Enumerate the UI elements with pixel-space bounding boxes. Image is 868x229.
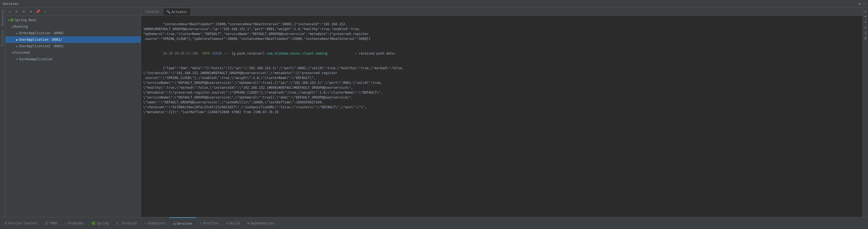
log-json-data: {"type":"dom","data":"{\"hosts\":[{\"ip\… (143, 66, 404, 114)
tab-actuator[interactable]: 🔧 Actuator (163, 8, 191, 16)
log-text-1: "instanceHeartBeatTimeOut":15000,"instan… (143, 22, 371, 41)
dependencies-icon: ◈ (247, 221, 249, 225)
user-app2-icon: ▶ (16, 45, 18, 48)
log-timestamp: 10-28 20:20:27:188 (163, 52, 202, 55)
tree-item-user-app2[interactable]: ▶ UserApplication2 :8082/ (5, 43, 141, 49)
finished-arrow: ▼ (12, 51, 13, 54)
services-tree: ▼ 🌿 Spring Boot ▶ Running ▶ OrderApplica… (5, 16, 141, 217)
eureka-app-label: EurekaApplication (19, 57, 53, 61)
log-line-3: {"type":"dom","data":"{\"hosts\":[{\"ip\… (143, 61, 860, 119)
problems-icon: ⚠ (65, 221, 67, 225)
running-label: Running (14, 25, 28, 28)
tree-item-order-app[interactable]: ▶ OrderApplication :8080/ (5, 30, 141, 36)
services-label: Services (177, 222, 192, 226)
order-app-icon: ▶ (16, 32, 18, 35)
version-control-icon: ⑆ (5, 221, 7, 225)
problems-label: Problems (68, 221, 84, 225)
spring-boot-icon: 🌿 (10, 18, 14, 22)
tree-item-spring-boot[interactable]: ▼ 🌿 Spring Boot (5, 17, 141, 23)
status-tab-todo[interactable]: ☰ TODO (41, 217, 61, 229)
log-thread: 15520 (212, 52, 222, 55)
console-content[interactable]: "instanceHeartBeatTimeOut":15000,"instan… (141, 16, 863, 217)
filter-btn[interactable]: ⊛ (28, 8, 34, 15)
build-icon: ⚙ (226, 221, 228, 225)
todo-label: TODO (50, 221, 57, 225)
status-bar: ⑆ Version Control ☰ TODO ⚠ Problems 🌿 Sp… (0, 217, 868, 229)
services-toolbar: ↻ ⊟ ⊞ ⊛ 📌 + (5, 8, 141, 16)
status-tab-profiler[interactable]: ⌁ Profiler (196, 217, 223, 229)
title-bar-text: Services (3, 2, 19, 6)
spring-boot-arrow: ▼ (8, 19, 9, 22)
profiler-icon: ⌁ (200, 221, 202, 225)
endpoints-label: Endpoints (148, 221, 166, 225)
collapse-btn[interactable]: ⊟ (13, 8, 20, 15)
title-bar-controls: ⚙ — (859, 2, 865, 6)
log-class: com.alibaba.nacos.client.naming (267, 52, 328, 55)
tree-item-eureka-app[interactable]: ⊕ EurekaApplication (5, 56, 141, 62)
version-control-label: Version Control (8, 221, 37, 225)
dependencies-label: Dependencies (251, 221, 274, 225)
console-right-actions: ▲ ▼ ≡ ⊞ 🖨 🗑 (863, 8, 868, 217)
status-tab-problems[interactable]: ⚠ Problems (61, 217, 88, 229)
spring-boot-label: Spring Boot (15, 18, 36, 22)
scroll-up-btn[interactable]: ▲ (863, 8, 868, 13)
scroll-down-btn[interactable]: ▼ (863, 14, 868, 19)
status-tab-build[interactable]: ⚙ Build (223, 217, 243, 229)
services-panel: ↻ ⊟ ⊞ ⊛ 📌 + ▼ 🌿 Spring Boot ▶ Running (5, 8, 141, 217)
actuator-icon: 🔧 (166, 10, 170, 14)
refresh-btn[interactable]: ↻ (6, 8, 13, 15)
log-level: INFO (202, 52, 210, 55)
action-btn-1[interactable]: ≡ (863, 19, 868, 24)
tree-item-finished[interactable]: ▼ Finished (5, 49, 141, 56)
actuator-tab-label: Actuator (172, 10, 187, 14)
log-separator: --- [g.push.receiver] (223, 52, 267, 55)
title-bar: Services ⚙ — (0, 0, 868, 8)
spring-label: Spring (97, 221, 108, 225)
status-tab-spring[interactable]: 🌿 Spring (88, 217, 112, 229)
todo-icon: ☰ (45, 221, 48, 225)
tab-console[interactable]: Console (142, 8, 162, 16)
user-app-label: UserApplication :8081/ (19, 38, 62, 41)
main-content: Bookmarks Structure ↻ ⊟ ⊞ ⊛ 📌 + ▼ 🌿 Spri… (0, 8, 868, 217)
services-icon: ◫ (173, 222, 175, 226)
log-line-1: "instanceHeartBeatTimeOut":15000,"instan… (143, 17, 860, 46)
status-tab-dependencies[interactable]: ◈ Dependencies (244, 217, 278, 229)
finished-label: Finished (14, 51, 30, 55)
delete-btn[interactable]: 🗑 (863, 35, 868, 40)
settings-icon[interactable]: ⚙ (859, 2, 861, 6)
tree-item-running[interactable]: ▶ Running (5, 23, 141, 30)
endpoints-icon: ⌁ (145, 221, 147, 225)
minimize-icon[interactable]: — (863, 2, 865, 6)
console-tab-label: Console (145, 10, 159, 13)
console-tabs: Console 🔧 Actuator (141, 8, 863, 16)
terminal-icon: >_ (116, 221, 120, 225)
print-btn[interactable]: 🖨 (863, 30, 868, 35)
status-tab-services[interactable]: ◫ Services (169, 217, 196, 229)
eureka-app-icon: ⊕ (16, 57, 18, 61)
pin-btn[interactable]: 📌 (35, 8, 41, 15)
expand-btn[interactable]: ⊞ (21, 8, 27, 15)
tree-item-user-app[interactable]: ▶ UserApplication :8081/ (5, 36, 141, 43)
log-line-2: 10-28 20:20:27:188 INFO 15520 --- [g.pus… (143, 46, 860, 61)
running-arrow: ▶ (12, 25, 13, 28)
log-colon: : received push data: (328, 52, 396, 55)
left-label-panel: Bookmarks Structure (0, 8, 5, 217)
profiler-label: Profiler (203, 221, 219, 225)
console-panel: Console 🔧 Actuator "instanceHeartBeatTim… (141, 8, 863, 217)
user-app-icon: ▶ (16, 38, 18, 41)
spring-icon: 🌿 (91, 221, 95, 225)
action-btn-2[interactable]: ⊞ (863, 25, 868, 30)
status-tab-terminal[interactable]: >_ Terminal (113, 217, 141, 229)
order-app-label: OrderApplication :8080/ (19, 31, 64, 35)
status-tab-endpoints[interactable]: ⌁ Endpoints (141, 217, 169, 229)
build-label: Build (230, 221, 240, 225)
bookmarks-label[interactable]: Bookmarks (1, 8, 4, 28)
add-btn[interactable]: + (42, 8, 48, 15)
structure-label[interactable]: Structure (1, 28, 4, 49)
right-area: Console 🔧 Actuator "instanceHeartBeatTim… (141, 8, 868, 217)
status-tab-version-control[interactable]: ⑆ Version Control (1, 217, 41, 229)
user-app2-label: UserApplication2 :8082/ (19, 44, 64, 48)
terminal-label: Terminal (122, 221, 137, 225)
